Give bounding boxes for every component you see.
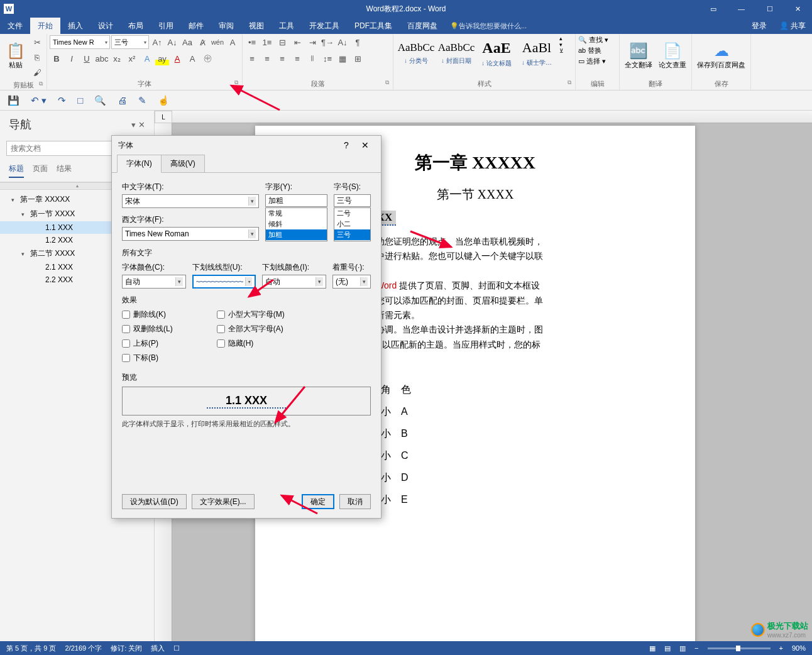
check-allcaps[interactable]: 全部大写字母(A) — [217, 324, 285, 334]
nav-tab-results[interactable]: 结果 — [57, 163, 72, 178]
paragraph-launcher-icon[interactable]: ⧉ — [385, 79, 389, 86]
cn-font-combo[interactable]: 宋体 — [122, 194, 259, 208]
find-button[interactable]: 🔍 查找 ▾ — [578, 35, 608, 45]
size-listbox[interactable]: 二号 小二 三号 — [334, 207, 371, 241]
text-effects-button[interactable]: 文字效果(E)... — [192, 494, 255, 509]
grow-font-icon[interactable]: A↑ — [150, 35, 164, 49]
check-superscript[interactable]: 上标(P) — [122, 338, 173, 349]
style-item-1[interactable]: AaBbCc↓ 分类号 — [396, 35, 436, 72]
decrease-indent-icon[interactable]: ⇤ — [290, 35, 304, 49]
en-font-combo[interactable]: Times New Roman — [122, 227, 259, 241]
ribbon-options-icon[interactable]: ▭ — [699, 0, 727, 18]
dialog-tab-advanced[interactable]: 高级(V) — [161, 155, 205, 173]
check-subscript[interactable]: 下标(B) — [122, 353, 173, 363]
select-button[interactable]: ▭ 选择 ▾ — [578, 57, 606, 66]
qat-new-icon[interactable]: □ — [77, 95, 83, 106]
tell-me-search[interactable]: 💡 告诉我您想要做什么... — [450, 18, 527, 34]
align-center-icon[interactable]: ≡ — [260, 52, 274, 65]
menu-insert[interactable]: 插入 — [60, 18, 91, 34]
size-input[interactable] — [334, 194, 371, 207]
font-launcher-icon[interactable]: ⧉ — [234, 79, 238, 86]
login-button[interactable]: 登录 — [745, 18, 773, 34]
check-smallcaps[interactable]: 小型大写字母(M) — [217, 309, 285, 320]
character-border-icon[interactable]: A — [226, 35, 239, 49]
menu-home[interactable]: 开始 — [30, 18, 60, 34]
style-gallery[interactable]: AaBbCc↓ 分类号 AaBbCc↓ 封面日期 AaE↓ 论文标题 AaBl↓… — [396, 35, 557, 72]
increase-indent-icon[interactable]: ⇥ — [305, 35, 319, 49]
highlight-icon[interactable]: ay — [155, 52, 169, 65]
menu-pdf[interactable]: PDF工具集 — [347, 18, 400, 34]
qat-draw-icon[interactable]: ✎ — [138, 95, 146, 106]
multilevel-icon[interactable]: ⊟ — [275, 35, 289, 49]
zoom-in-icon[interactable]: + — [779, 644, 783, 652]
ruler-corner[interactable]: L — [155, 111, 172, 123]
status-track[interactable]: 修订: 关闭 — [111, 644, 142, 653]
text-effects-icon[interactable]: A — [140, 52, 154, 65]
align-right-icon[interactable]: ≡ — [275, 52, 289, 65]
nav-tab-pages[interactable]: 页面 — [33, 163, 48, 178]
replace-button[interactable]: ab 替换 — [578, 46, 601, 55]
ltr-icon[interactable]: ¶→ — [321, 35, 334, 49]
strike-icon[interactable]: abc — [95, 52, 109, 65]
check-strike[interactable]: 删除线(K) — [122, 309, 173, 320]
style-item-2[interactable]: AaBbCc↓ 封面日期 — [436, 35, 476, 72]
shrink-font-icon[interactable]: A↓ — [165, 35, 179, 49]
paper-check-button[interactable]: 📄论文查重 — [656, 35, 689, 75]
menu-file[interactable]: 文件 — [0, 18, 30, 34]
view-print-icon[interactable]: ▤ — [664, 644, 671, 652]
cancel-button[interactable]: 取消 — [339, 494, 371, 509]
nav-tab-headings[interactable]: 标题 — [9, 163, 24, 178]
cut-icon[interactable]: ✂ — [30, 35, 44, 49]
emphasis-combo[interactable]: (无) — [332, 275, 371, 289]
qat-touch-icon[interactable]: ☝ — [158, 95, 170, 106]
menu-devtools[interactable]: 开发工具 — [302, 18, 347, 34]
ruler-horizontal[interactable] — [172, 111, 812, 123]
underline-combo[interactable]: ~~~~~~~~~~~~ — [192, 275, 256, 289]
menu-layout[interactable]: 布局 — [121, 18, 151, 34]
dialog-titlebar[interactable]: 字体 ? ✕ — [112, 136, 381, 155]
bold-icon[interactable]: B — [50, 52, 63, 65]
numbering-icon[interactable]: 1≡ — [260, 35, 274, 49]
style-item-4[interactable]: AaBl↓ 硕士学… — [517, 35, 557, 72]
dialog-help-icon[interactable]: ? — [337, 136, 356, 155]
status-page[interactable]: 第 5 页，共 9 页 — [6, 644, 56, 653]
qat-print-icon[interactable]: 🖨 — [118, 95, 127, 106]
share-button[interactable]: 👤 共享 — [773, 18, 812, 34]
menu-references[interactable]: 引用 — [151, 18, 181, 34]
zoom-out-icon[interactable]: − — [694, 644, 698, 652]
font-size-combo[interactable]: 三号 — [111, 35, 149, 49]
clear-format-icon[interactable]: A̷ — [195, 35, 209, 49]
justify-icon[interactable]: ≡ — [290, 52, 304, 65]
font-color-combo[interactable]: 自动 — [122, 275, 186, 289]
dialog-close-icon[interactable]: ✕ — [356, 136, 375, 155]
qat-save-icon[interactable]: 💾 — [8, 95, 19, 106]
style-listbox[interactable]: 常规 倾斜 加粗 — [265, 207, 327, 241]
format-painter-icon[interactable]: 🖌 — [30, 65, 44, 79]
bullets-icon[interactable]: •≡ — [245, 35, 259, 49]
paste-button[interactable]: 📋粘贴 — [3, 35, 29, 75]
qat-print-preview-icon[interactable]: 🔍 — [94, 95, 106, 106]
sort-icon[interactable]: A↓ — [336, 35, 349, 49]
set-default-button[interactable]: 设为默认值(D) — [122, 494, 187, 509]
shading-icon[interactable]: ▦ — [336, 52, 349, 65]
style-input[interactable] — [265, 194, 327, 207]
line-spacing-icon[interactable]: ↕≡ — [321, 52, 334, 65]
style-scroll-down[interactable]: ▾ — [559, 41, 564, 48]
italic-icon[interactable]: I — [65, 52, 79, 65]
qat-undo-icon[interactable]: ↶ ▾ — [31, 95, 47, 106]
maximize-icon[interactable]: ☐ — [755, 0, 784, 18]
nav-close-icon[interactable]: ▾ ✕ — [131, 120, 145, 129]
menu-review[interactable]: 审阅 — [211, 18, 241, 34]
underline-icon[interactable]: U — [80, 52, 94, 65]
enclose-char-icon[interactable]: ㊥ — [200, 52, 214, 65]
minimize-icon[interactable]: — — [727, 0, 755, 18]
align-left-icon[interactable]: ≡ — [245, 52, 259, 65]
status-lang-icon[interactable]: ☐ — [173, 644, 180, 652]
menu-mailings[interactable]: 邮件 — [181, 18, 211, 34]
copy-icon[interactable]: ⎘ — [30, 50, 44, 64]
menu-view[interactable]: 视图 — [241, 18, 272, 34]
subscript-icon[interactable]: x₂ — [110, 52, 124, 65]
check-hidden[interactable]: 隐藏(H) — [217, 338, 285, 349]
style-item-3[interactable]: AaE↓ 论文标题 — [476, 35, 517, 72]
show-marks-icon[interactable]: ¶ — [351, 35, 365, 49]
